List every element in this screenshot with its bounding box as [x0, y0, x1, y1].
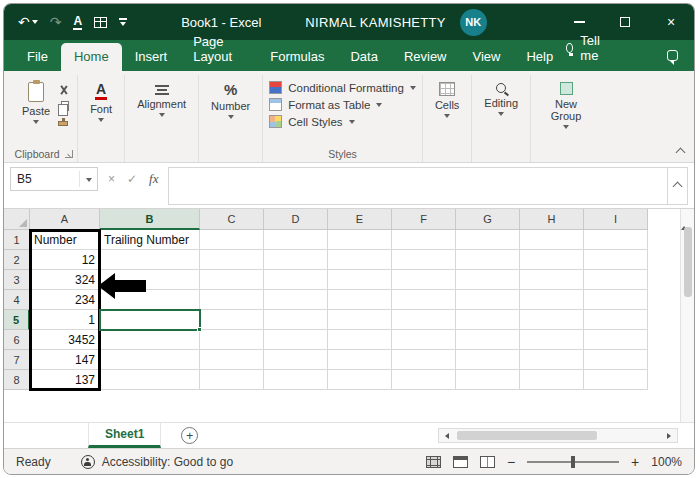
row-header-8[interactable]: 8 — [4, 370, 30, 390]
cell-F5[interactable] — [392, 310, 456, 330]
cell-A7[interactable]: 147 — [30, 350, 100, 370]
close-button[interactable]: × — [648, 4, 694, 40]
row-header-4[interactable]: 4 — [4, 290, 30, 310]
cell-F4[interactable] — [392, 290, 456, 310]
cell-B2[interactable] — [100, 250, 200, 270]
tab-help[interactable]: Help — [513, 43, 566, 71]
cell-E4[interactable] — [328, 290, 392, 310]
number-button[interactable]: % Number — [205, 77, 256, 124]
cell-E6[interactable] — [328, 330, 392, 350]
tab-view[interactable]: View — [460, 43, 514, 71]
cell-H6[interactable] — [520, 330, 584, 350]
cell-F7[interactable] — [392, 350, 456, 370]
column-header-E[interactable]: E — [328, 209, 392, 230]
cell-styles-button[interactable]: Cell Styles — [269, 115, 416, 128]
paste-button[interactable]: Paste — [16, 77, 56, 129]
tab-formulas[interactable]: Formulas — [257, 43, 337, 71]
editing-button[interactable]: Editing — [478, 77, 524, 121]
copy-icon[interactable] — [61, 101, 69, 111]
cell-C2[interactable] — [200, 250, 264, 270]
column-header-A[interactable]: A — [30, 209, 100, 230]
column-header-D[interactable]: D — [264, 209, 328, 230]
accessibility-status[interactable]: Accessibility: Good to go — [81, 455, 233, 469]
cell-F3[interactable] — [392, 270, 456, 290]
column-header-I[interactable]: I — [584, 209, 648, 230]
cell-I3[interactable] — [584, 270, 648, 290]
cell-G7[interactable] — [456, 350, 520, 370]
cell-E2[interactable] — [328, 250, 392, 270]
tab-insert[interactable]: Insert — [122, 43, 181, 71]
cell-E8[interactable] — [328, 370, 392, 390]
cell-G6[interactable] — [456, 330, 520, 350]
row-header-5[interactable]: 5 — [4, 310, 30, 330]
cell-D8[interactable] — [264, 370, 328, 390]
cell-A3[interactable]: 324 — [30, 270, 100, 290]
tab-data[interactable]: Data — [337, 43, 390, 71]
column-header-F[interactable]: F — [392, 209, 456, 230]
cell-D2[interactable] — [264, 250, 328, 270]
tell-me-button[interactable]: Tell me — [566, 33, 607, 71]
name-box-dropdown-icon[interactable] — [86, 178, 92, 182]
cell-C3[interactable] — [200, 270, 264, 290]
tab-home[interactable]: Home — [61, 43, 122, 71]
cell-G5[interactable] — [456, 310, 520, 330]
cell-H1[interactable] — [520, 230, 584, 250]
vertical-scrollbar[interactable] — [680, 209, 694, 422]
cell-C1[interactable] — [200, 230, 264, 250]
horizontal-scroll-thumb[interactable] — [457, 431, 597, 440]
zoom-slider-thumb[interactable] — [571, 456, 575, 468]
cell-B6[interactable] — [100, 330, 200, 350]
cell-A6[interactable]: 3452 — [30, 330, 100, 350]
insert-function-icon[interactable]: fx — [149, 171, 158, 187]
cell-D3[interactable] — [264, 270, 328, 290]
tab-review[interactable]: Review — [391, 43, 460, 71]
cell-F8[interactable] — [392, 370, 456, 390]
vertical-scroll-thumb[interactable] — [684, 227, 692, 297]
active-cell-selection[interactable] — [99, 309, 201, 331]
cut-icon[interactable] — [58, 85, 68, 95]
cell-I1[interactable] — [584, 230, 648, 250]
avatar[interactable]: NK — [460, 9, 487, 36]
cancel-icon[interactable]: × — [108, 172, 115, 186]
format-as-table-button[interactable]: Format as Table — [269, 98, 416, 111]
horizontal-scroll-track[interactable] — [455, 429, 661, 442]
redo-icon[interactable]: ↷ — [50, 14, 62, 30]
cell-A4[interactable]: 234 — [30, 290, 100, 310]
zoom-out-button[interactable]: − — [507, 455, 515, 469]
cell-E1[interactable] — [328, 230, 392, 250]
cell-I4[interactable] — [584, 290, 648, 310]
account-name[interactable]: NIRMAL KAMISHETTY — [305, 15, 445, 30]
tab-file[interactable]: File — [14, 43, 61, 71]
cell-G2[interactable] — [456, 250, 520, 270]
cell-C7[interactable] — [200, 350, 264, 370]
horizontal-scrollbar[interactable] — [438, 428, 678, 443]
undo-icon[interactable]: ↶ — [18, 14, 38, 30]
cell-B1[interactable]: Trailing Number — [100, 230, 200, 250]
column-header-H[interactable]: H — [520, 209, 584, 230]
cell-E3[interactable] — [328, 270, 392, 290]
view-normal-icon[interactable] — [426, 456, 441, 468]
cell-A2[interactable]: 12 — [30, 250, 100, 270]
cell-A8[interactable]: 137 — [30, 370, 100, 390]
zoom-slider[interactable] — [527, 461, 619, 463]
cell-I5[interactable] — [584, 310, 648, 330]
cell-D7[interactable] — [264, 350, 328, 370]
qat-customize-icon[interactable] — [119, 18, 127, 26]
formula-bar-expand-button[interactable] — [668, 167, 688, 205]
cell-D5[interactable] — [264, 310, 328, 330]
row-header-6[interactable]: 6 — [4, 330, 30, 350]
zoom-level[interactable]: 100% — [651, 455, 682, 469]
alignment-button[interactable]: Alignment — [131, 77, 192, 122]
cell-F6[interactable] — [392, 330, 456, 350]
cell-H4[interactable] — [520, 290, 584, 310]
cell-I7[interactable] — [584, 350, 648, 370]
cell-A1[interactable]: Number — [30, 230, 100, 250]
tab-page-layout[interactable]: Page Layout — [180, 28, 257, 71]
cell-E5[interactable] — [328, 310, 392, 330]
cell-B8[interactable] — [100, 370, 200, 390]
ribbon-collapse-icon[interactable] — [676, 148, 686, 158]
cell-B7[interactable] — [100, 350, 200, 370]
cell-C4[interactable] — [200, 290, 264, 310]
row-header-1[interactable]: 1 — [4, 230, 30, 250]
cell-I8[interactable] — [584, 370, 648, 390]
